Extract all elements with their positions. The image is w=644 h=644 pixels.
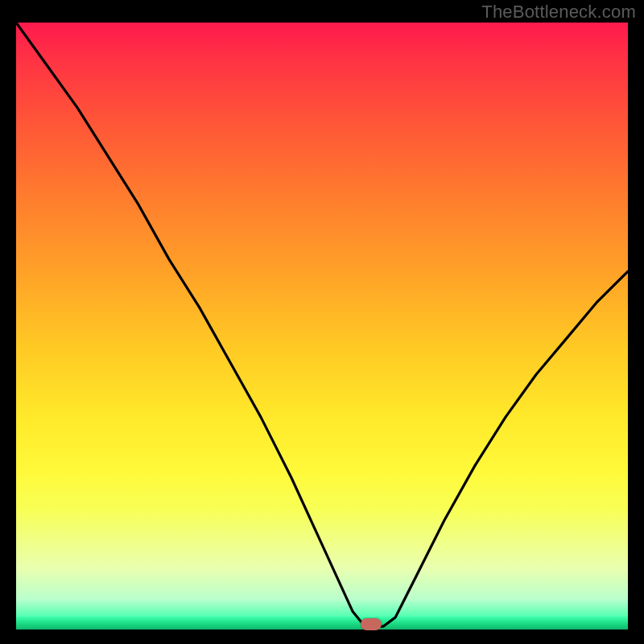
bottleneck-curve (16, 23, 628, 630)
chart-frame: TheBottleneck.com (0, 0, 644, 644)
optimal-marker (361, 618, 382, 630)
plot-area (16, 23, 628, 630)
watermark-text: TheBottleneck.com (481, 2, 636, 23)
